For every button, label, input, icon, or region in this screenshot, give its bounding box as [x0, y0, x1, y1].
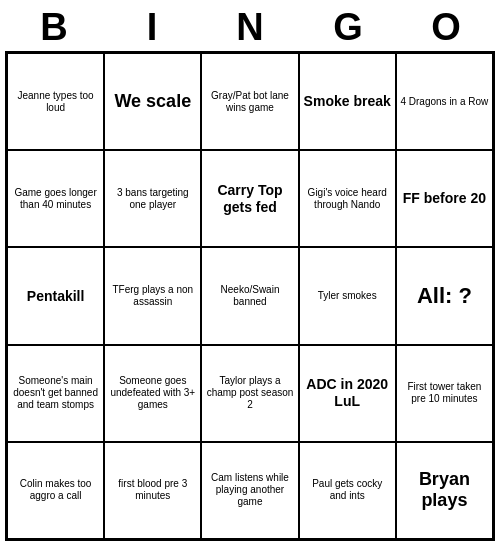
bingo-cell-8: Gigi's voice heard through Nando — [299, 150, 396, 247]
bingo-cell-3: Smoke break — [299, 53, 396, 150]
bingo-cell-4: 4 Dragons in a Row — [396, 53, 493, 150]
bingo-cell-2: Gray/Pat bot lane wins game — [201, 53, 298, 150]
bingo-cell-0: Jeanne types too loud — [7, 53, 104, 150]
bingo-cell-17: Taylor plays a champ post season 2 — [201, 345, 298, 442]
bingo-cell-24: Bryan plays — [396, 442, 493, 539]
bingo-cell-19: First tower taken pre 10 minutes — [396, 345, 493, 442]
bingo-cell-11: TFerg plays a non assassin — [104, 247, 201, 344]
bingo-cell-16: Someone goes undefeated with 3+ games — [104, 345, 201, 442]
bingo-cell-9: FF before 20 — [396, 150, 493, 247]
bingo-cell-6: 3 bans targeting one player — [104, 150, 201, 247]
bingo-cell-5: Game goes longer than 40 minutes — [7, 150, 104, 247]
bingo-cell-21: first blood pre 3 minutes — [104, 442, 201, 539]
bingo-grid: Jeanne types too loudWe scaleGray/Pat bo… — [5, 51, 495, 541]
letter-o: O — [401, 6, 491, 49]
bingo-cell-22: Cam listens while playing another game — [201, 442, 298, 539]
bingo-cell-15: Someone's main doesn't get banned and te… — [7, 345, 104, 442]
bingo-cell-14: All: ? — [396, 247, 493, 344]
letter-n: N — [205, 6, 295, 49]
bingo-cell-1: We scale — [104, 53, 201, 150]
bingo-header: B I N G O — [5, 0, 495, 51]
bingo-cell-23: Paul gets cocky and ints — [299, 442, 396, 539]
letter-b: B — [9, 6, 99, 49]
letter-i: I — [107, 6, 197, 49]
bingo-cell-18: ADC in 2020 LuL — [299, 345, 396, 442]
letter-g: G — [303, 6, 393, 49]
bingo-cell-7: Carry Top gets fed — [201, 150, 298, 247]
bingo-cell-10: Pentakill — [7, 247, 104, 344]
bingo-cell-20: Colin makes too aggro a call — [7, 442, 104, 539]
bingo-cell-13: Tyler smokes — [299, 247, 396, 344]
bingo-cell-12: Neeko/Swain banned — [201, 247, 298, 344]
